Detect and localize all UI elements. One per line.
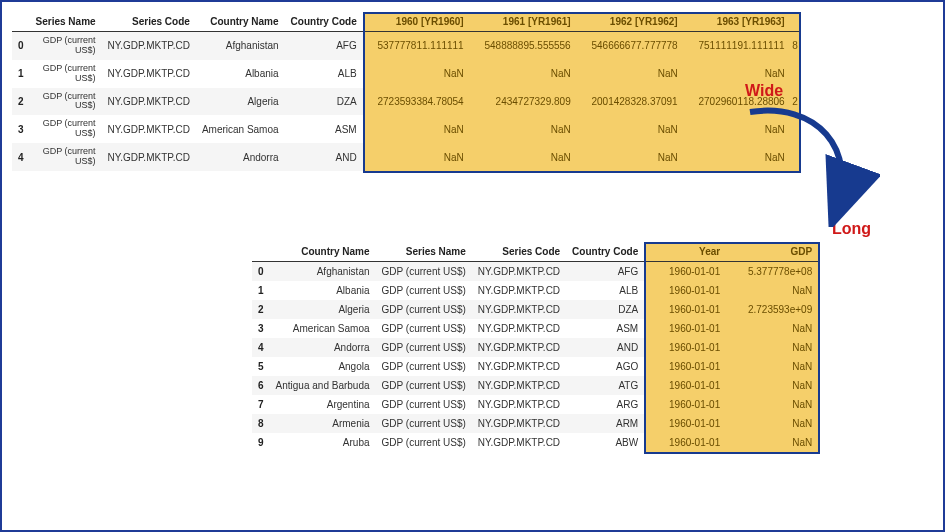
col-series-name: Series Name bbox=[376, 242, 472, 262]
cell-country-code: DZA bbox=[566, 300, 644, 319]
cell-year: 1960-01-01 bbox=[644, 414, 726, 433]
table-row: 3GDP (current US$)NY.GDP.MKTP.CDAmerican… bbox=[12, 115, 799, 143]
cell-series-name: GDP (current US$) bbox=[376, 357, 472, 376]
cell-index: 4 bbox=[252, 338, 270, 357]
cell-index: 4 bbox=[12, 143, 30, 171]
cell-series-code: NY.GDP.MKTP.CD bbox=[102, 32, 196, 60]
cell-gdp: NaN bbox=[726, 414, 818, 433]
cell-gdp: NaN bbox=[726, 357, 818, 376]
cell-country-name: American Samoa bbox=[196, 115, 285, 143]
cell-year: 1960-01-01 bbox=[644, 433, 726, 452]
cell-series-name: GDP (current US$) bbox=[376, 338, 472, 357]
cell-index: 8 bbox=[252, 414, 270, 433]
col-country-name: Country Name bbox=[196, 12, 285, 32]
col-y1961: 1961 [YR1961] bbox=[470, 12, 577, 32]
long-label: Long bbox=[832, 220, 871, 238]
cell-country-code: ATG bbox=[566, 376, 644, 395]
cell-y1962: NaN bbox=[577, 60, 684, 88]
table-row: 5AngolaGDP (current US$)NY.GDP.MKTP.CDAG… bbox=[252, 357, 818, 376]
cell-year: 1960-01-01 bbox=[644, 376, 726, 395]
cell-year: 1960-01-01 bbox=[644, 300, 726, 319]
cell-index: 6 bbox=[252, 376, 270, 395]
cell-series-code: NY.GDP.MKTP.CD bbox=[472, 376, 566, 395]
cell-series-code: NY.GDP.MKTP.CD bbox=[472, 414, 566, 433]
cell-gdp: NaN bbox=[726, 433, 818, 452]
cell-y1963: NaN bbox=[684, 143, 791, 171]
table-row: 4GDP (current US$)NY.GDP.MKTP.CDAndorraA… bbox=[12, 143, 799, 171]
col-country-code: Country Code bbox=[285, 12, 363, 32]
table-row: 1GDP (current US$)NY.GDP.MKTP.CDAlbaniaA… bbox=[12, 60, 799, 88]
cell-country-name: Aruba bbox=[270, 433, 376, 452]
cell-country-code: AGO bbox=[566, 357, 644, 376]
cell-tail bbox=[791, 60, 799, 88]
long-table: Country Name Series Name Series Code Cou… bbox=[252, 242, 818, 452]
table-row: 1AlbaniaGDP (current US$)NY.GDP.MKTP.CDA… bbox=[252, 281, 818, 300]
col-tail bbox=[791, 12, 799, 32]
cell-country-name: Argentina bbox=[270, 395, 376, 414]
table-row: 2GDP (current US$)NY.GDP.MKTP.CDAlgeriaD… bbox=[12, 88, 799, 116]
cell-series-code: NY.GDP.MKTP.CD bbox=[102, 88, 196, 116]
table-row: 7ArgentinaGDP (current US$)NY.GDP.MKTP.C… bbox=[252, 395, 818, 414]
cell-index: 1 bbox=[252, 281, 270, 300]
cell-country-code: ABW bbox=[566, 433, 644, 452]
cell-country-name: Albania bbox=[270, 281, 376, 300]
cell-series-name: GDP (current US$) bbox=[376, 262, 472, 282]
col-year: Year bbox=[644, 242, 726, 262]
cell-series-code: NY.GDP.MKTP.CD bbox=[472, 262, 566, 282]
cell-series-code: NY.GDP.MKTP.CD bbox=[472, 319, 566, 338]
cell-y1961: NaN bbox=[470, 115, 577, 143]
cell-index: 2 bbox=[12, 88, 30, 116]
col-series-name: Series Name bbox=[30, 12, 102, 32]
cell-country-name: Armenia bbox=[270, 414, 376, 433]
cell-country-name: Albania bbox=[196, 60, 285, 88]
cell-series-name: GDP (current US$) bbox=[30, 60, 102, 88]
cell-series-name: GDP (current US$) bbox=[376, 433, 472, 452]
cell-country-code: ARM bbox=[566, 414, 644, 433]
cell-gdp: NaN bbox=[726, 281, 818, 300]
cell-country-name: American Samoa bbox=[270, 319, 376, 338]
cell-y1961: 548888895.555556 bbox=[470, 32, 577, 60]
cell-country-code: ALB bbox=[566, 281, 644, 300]
cell-tail: 2 bbox=[791, 88, 799, 116]
cell-index: 3 bbox=[12, 115, 30, 143]
col-gdp: GDP bbox=[726, 242, 818, 262]
cell-series-code: NY.GDP.MKTP.CD bbox=[472, 338, 566, 357]
col-country-name: Country Name bbox=[270, 242, 376, 262]
table-row: 2AlgeriaGDP (current US$)NY.GDP.MKTP.CDD… bbox=[252, 300, 818, 319]
cell-year: 1960-01-01 bbox=[644, 357, 726, 376]
col-series-code: Series Code bbox=[102, 12, 196, 32]
cell-series-name: GDP (current US$) bbox=[376, 414, 472, 433]
cell-series-name: GDP (current US$) bbox=[30, 115, 102, 143]
cell-country-code: ARG bbox=[566, 395, 644, 414]
cell-country-code: AFG bbox=[566, 262, 644, 282]
cell-series-name: GDP (current US$) bbox=[376, 376, 472, 395]
wide-table: Series Name Series Code Country Name Cou… bbox=[12, 12, 799, 171]
cell-y1960: NaN bbox=[363, 115, 470, 143]
cell-y1960: 537777811.111111 bbox=[363, 32, 470, 60]
cell-tail bbox=[791, 143, 799, 171]
cell-series-code: NY.GDP.MKTP.CD bbox=[472, 300, 566, 319]
table-row: 4AndorraGDP (current US$)NY.GDP.MKTP.CDA… bbox=[252, 338, 818, 357]
cell-gdp: NaN bbox=[726, 319, 818, 338]
cell-country-code: ASM bbox=[566, 319, 644, 338]
cell-y1963: 751111191.111111 bbox=[684, 32, 791, 60]
cell-country-name: Algeria bbox=[270, 300, 376, 319]
cell-y1962: 2001428328.37091 bbox=[577, 88, 684, 116]
cell-index: 0 bbox=[12, 32, 30, 60]
cell-year: 1960-01-01 bbox=[644, 395, 726, 414]
cell-gdp: NaN bbox=[726, 338, 818, 357]
cell-y1962: 546666677.777778 bbox=[577, 32, 684, 60]
cell-series-code: NY.GDP.MKTP.CD bbox=[102, 143, 196, 171]
cell-country-name: Andorra bbox=[196, 143, 285, 171]
cell-y1961: NaN bbox=[470, 143, 577, 171]
cell-series-name: GDP (current US$) bbox=[30, 32, 102, 60]
cell-series-code: NY.GDP.MKTP.CD bbox=[472, 433, 566, 452]
cell-country-code: AFG bbox=[285, 32, 363, 60]
cell-y1960: NaN bbox=[363, 143, 470, 171]
cell-country-code: AND bbox=[285, 143, 363, 171]
cell-country-name: Angola bbox=[270, 357, 376, 376]
cell-series-name: GDP (current US$) bbox=[376, 281, 472, 300]
cell-country-name: Afghanistan bbox=[196, 32, 285, 60]
cell-country-code: AND bbox=[566, 338, 644, 357]
col-series-code: Series Code bbox=[472, 242, 566, 262]
